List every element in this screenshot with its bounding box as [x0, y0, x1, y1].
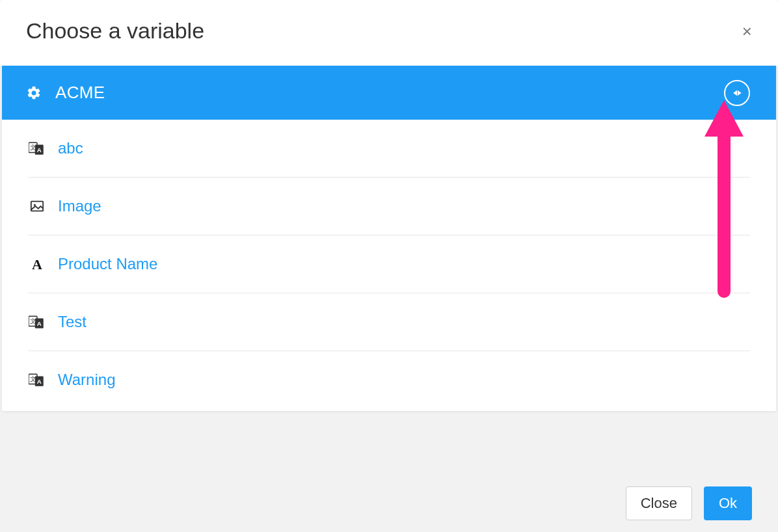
variable-item-label: Product Name — [58, 255, 157, 273]
variable-item-image[interactable]: Image — [28, 178, 750, 235]
variable-set-header[interactable]: ACME — [2, 66, 776, 120]
variable-set-title: ACME — [55, 83, 105, 103]
variable-list: 文 A abc Image — [2, 120, 776, 411]
svg-text:A: A — [37, 320, 42, 327]
svg-text:A: A — [37, 378, 42, 385]
i18n-icon: 文 A — [28, 140, 46, 156]
svg-text:A: A — [32, 256, 42, 272]
variables-panel: ACME 文 A abc — [2, 66, 776, 411]
dialog-title: Choose a variable — [26, 18, 204, 44]
variable-item-label: Test — [58, 313, 87, 331]
i18n-icon: 文 A — [28, 314, 46, 330]
dialog-header: Choose a variable × — [0, 0, 778, 66]
font-icon: A — [28, 256, 46, 272]
close-button[interactable]: Close — [626, 486, 692, 520]
variable-item-label: Warning — [58, 371, 115, 389]
back-button[interactable] — [724, 80, 750, 106]
close-icon[interactable]: × — [742, 23, 752, 40]
variable-item-label: Image — [58, 197, 101, 215]
variable-item-abc[interactable]: 文 A abc — [28, 120, 750, 178]
rewind-icon — [731, 86, 744, 100]
variable-item-warning[interactable]: 文 A Warning — [28, 351, 750, 411]
dialog-footer: Close Ok — [0, 411, 778, 532]
variable-item-product-name[interactable]: A Product Name — [28, 235, 750, 293]
image-icon — [28, 198, 46, 214]
choose-variable-dialog: Choose a variable × ACME 文 — [0, 0, 778, 532]
i18n-icon: 文 A — [28, 372, 46, 388]
variable-item-label: abc — [58, 139, 83, 157]
variable-item-test[interactable]: 文 A Test — [28, 293, 750, 351]
gear-icon — [25, 85, 42, 101]
ok-button[interactable]: Ok — [704, 486, 752, 520]
svg-text:A: A — [37, 146, 42, 153]
